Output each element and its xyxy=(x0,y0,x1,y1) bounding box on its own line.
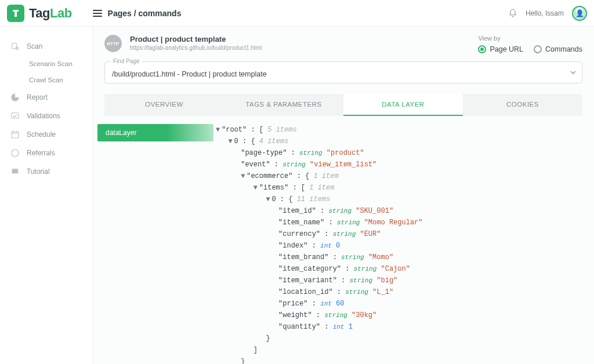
tutorial-icon xyxy=(10,167,20,176)
sidebar-item-label: Report xyxy=(27,93,48,101)
sidebar-item-label: Referrals xyxy=(27,149,55,157)
sidebar-item-report[interactable]: Report xyxy=(0,88,92,107)
svg-point-4 xyxy=(12,150,19,156)
svg-rect-3 xyxy=(12,132,19,138)
svg-rect-5 xyxy=(12,169,19,173)
sidebar-item-crawl-scan[interactable]: Crawl Scan xyxy=(0,72,92,88)
sidebar-item-validations[interactable]: Validations xyxy=(0,107,92,125)
page-url: https://taglab-analytics.github.io/build… xyxy=(130,45,262,51)
schedule-icon xyxy=(10,130,20,139)
referrals-icon xyxy=(10,148,20,158)
avatar[interactable]: 👤 xyxy=(572,6,587,21)
find-page-label: Find Page xyxy=(111,58,142,64)
sidebar-item-label: Scan xyxy=(27,42,42,50)
viewby-label: View by xyxy=(478,35,582,42)
brand-name: TagLab xyxy=(29,6,72,21)
sidebar-item-schedule[interactable]: Schedule xyxy=(0,125,92,144)
logo-icon xyxy=(7,5,24,22)
radio-label: Commands xyxy=(545,45,582,53)
tab-cookies[interactable]: COOKIES xyxy=(463,94,582,116)
find-page-select[interactable]: Find Page /build/product1.html - Product… xyxy=(104,61,582,83)
http-badge: HTTP xyxy=(104,35,122,52)
sidebar-item-label: Tutorial xyxy=(27,168,50,176)
json-viewer[interactable]: ▼"root" : [ 5 items ▼0 : { 4 items "page… xyxy=(213,124,582,364)
radio-label: Page URL xyxy=(490,45,523,53)
sidebar-item-referrals[interactable]: Referrals xyxy=(0,144,92,162)
find-page-value: /build/product1.html - Product | product… xyxy=(112,70,575,78)
sidebar-item-scenario-scan[interactable]: Scenario Scan xyxy=(0,56,92,72)
page-title: Product | product template xyxy=(130,35,262,43)
tabs: OVERVIEW TAGS & PARAMETERS DATA LAYER CO… xyxy=(104,94,582,116)
breadcrumb: Pages / commands xyxy=(108,9,182,18)
sidebar-item-label: Crawl Scan xyxy=(29,77,63,83)
sidebar-item-tutorial[interactable]: Tutorial xyxy=(0,162,92,181)
sidebar-item-label: Scenario Scan xyxy=(29,60,73,67)
radio-commands[interactable]: Commands xyxy=(534,45,582,53)
chevron-down-icon xyxy=(570,71,576,74)
sidebar-item-label: Validations xyxy=(27,112,60,120)
tab-overview[interactable]: OVERVIEW xyxy=(104,94,224,116)
tab-tags-parameters[interactable]: TAGS & PARAMETERS xyxy=(224,94,343,116)
sidebar: Scan Scenario Scan Crawl Scan Report Val… xyxy=(0,27,93,364)
menu-toggle-icon[interactable] xyxy=(93,10,102,17)
sidebar-item-scan[interactable]: Scan xyxy=(0,37,92,56)
svg-rect-2 xyxy=(12,113,19,118)
greeting-text: Hello, Issam xyxy=(526,9,564,17)
report-icon xyxy=(10,93,20,102)
tab-data-layer[interactable]: DATA LAYER xyxy=(343,94,463,116)
datalayer-pill[interactable]: dataLayer xyxy=(97,124,213,141)
radio-page-url[interactable]: Page URL xyxy=(478,45,523,53)
validations-icon xyxy=(10,111,20,121)
bell-icon[interactable] xyxy=(508,9,517,18)
sidebar-item-label: Schedule xyxy=(27,130,56,139)
scan-icon xyxy=(10,42,20,51)
